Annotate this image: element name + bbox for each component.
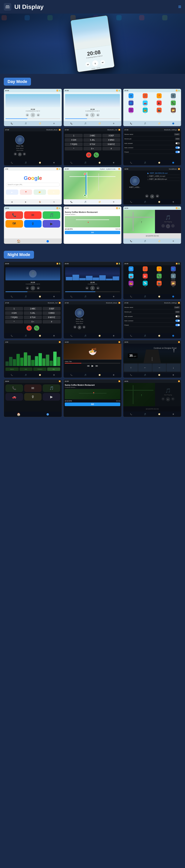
n4-key-2[interactable]: 2 ABC	[24, 307, 42, 311]
n3-app-settings[interactable]: ⚙ Settings	[167, 274, 180, 280]
nav2-apps[interactable]: ⚙	[112, 122, 115, 125]
n6-aa-toggle[interactable]	[175, 315, 180, 317]
app-telegram[interactable]: ✈ Telegram	[125, 93, 138, 100]
n4-key-7[interactable]: 7 PQRS	[5, 316, 23, 319]
n3-app-waze[interactable]: 🚗 Waze	[125, 274, 138, 280]
n1-nav-phone[interactable]: 📞	[10, 295, 13, 298]
n6-nav-music[interactable]: 🎵	[144, 334, 147, 337]
n1-nav-nav[interactable]: 🧭	[38, 295, 41, 298]
n8-prev[interactable]: ⏮	[87, 364, 90, 367]
lib-item-2[interactable]: ♪ 华晨宇_21世纪_01.mp3	[148, 175, 180, 178]
n12-nav-apps[interactable]: ⚙	[172, 413, 175, 416]
nav9-nav[interactable]: 🧭	[158, 200, 161, 204]
nav6-bt[interactable]: 🔵	[172, 161, 175, 164]
nav12-music[interactable]: 🎵	[144, 240, 147, 243]
n12-nav-music[interactable]: 🎵	[144, 413, 147, 416]
key-hash[interactable]: #	[102, 147, 120, 150]
n3-app-phone[interactable]: 📞 Phone	[153, 274, 166, 280]
quick-drive[interactable]: 📂	[34, 189, 46, 195]
key-8[interactable]: 8 TUV	[83, 143, 101, 146]
n9-nav-phone[interactable]: 📞	[130, 373, 133, 376]
nav7-fwd[interactable]: ▶	[24, 200, 27, 204]
n4-key-9[interactable]: 9 WXYZ	[43, 316, 60, 319]
n3-app-yt[interactable]: ▶ YT	[138, 274, 152, 280]
app-more4[interactable]: 📂 Files	[167, 107, 180, 114]
nav5-phone[interactable]: 📞	[70, 161, 73, 164]
nav12-phone[interactable]: 📞	[130, 240, 133, 243]
n2-nav-music[interactable]: 🎵	[84, 295, 87, 298]
nav5-apps[interactable]: ⚙	[112, 161, 115, 164]
auto-connect-toggle[interactable]	[175, 147, 180, 149]
nav8-nav[interactable]: 🧭	[98, 200, 101, 204]
n7-btn2[interactable]: MID	[20, 367, 33, 371]
n4-end-call[interactable]: 📵	[26, 326, 32, 331]
n4-key-8[interactable]: 8 TUV	[24, 316, 42, 319]
n6-dp-val[interactable]: 0000	[175, 311, 180, 313]
n6-nav-bt[interactable]: 🔵	[172, 334, 175, 337]
device-pin-val[interactable]: 0000	[175, 137, 180, 140]
lib-next[interactable]: ⏭	[156, 194, 159, 198]
app-bt[interactable]: 🔵 BT	[125, 100, 138, 107]
play-pause-btn[interactable]: ⏸	[92, 60, 99, 67]
n7-nav-phone[interactable]: 📞	[10, 373, 13, 376]
lib-play[interactable]: ⏸	[150, 194, 154, 198]
nav6-music[interactable]: 🎵	[144, 161, 147, 164]
np-play[interactable]: ▶	[166, 224, 170, 228]
app-waze[interactable]: 🚗 Waze	[138, 100, 152, 107]
n2-nav-phone[interactable]: 📞	[70, 295, 73, 298]
n5-nav-apps[interactable]: ⚙	[112, 334, 115, 337]
n1-play[interactable]: ⏸	[31, 286, 35, 290]
key-star[interactable]: *	[65, 147, 83, 150]
n9-nav-music[interactable]: 🎵	[144, 373, 147, 376]
n1-nav-music[interactable]: 🎵	[24, 295, 27, 298]
n4-key-5[interactable]: 5 JKL	[24, 311, 42, 315]
nav9-music[interactable]: 🎵	[144, 200, 147, 204]
n5-prev[interactable]: ⏮	[74, 326, 76, 329]
prev-btn[interactable]: ⏮	[85, 62, 90, 67]
n2-nav-nav[interactable]: 🧭	[98, 295, 101, 298]
cp-music[interactable]: 🎵	[43, 211, 60, 219]
nav9-apps[interactable]: ⚙	[172, 200, 175, 204]
n4-nav-music[interactable]: 🎵	[24, 334, 27, 337]
call-btn[interactable]: 📞	[94, 152, 99, 158]
n9-nav-apps[interactable]: ⚙	[172, 373, 175, 376]
n8-next[interactable]: ⏭	[96, 364, 98, 367]
search-bar[interactable]: Search or type URL	[6, 183, 60, 186]
quick-youtube[interactable]: ▶	[6, 189, 18, 195]
n12-prev[interactable]: ⏮	[161, 397, 165, 401]
n1-nav-apps[interactable]: ⚙	[52, 295, 55, 298]
go-button[interactable]: GO	[65, 231, 120, 234]
play2[interactable]: ⏸	[90, 113, 95, 117]
cp-maps[interactable]: 🗺	[5, 220, 23, 227]
lib-item-1[interactable]: ▶ 华晨宇_烟火里的尘埃.mp3	[148, 172, 180, 175]
n4-nav-apps[interactable]: ⚙	[52, 334, 55, 337]
nav4-apps[interactable]: ⚙	[52, 161, 55, 164]
bt-play[interactable]: ⏸	[18, 153, 22, 156]
lib-prev[interactable]: ⏮	[145, 194, 149, 198]
app-maps[interactable]: 📍 Maps	[153, 93, 166, 100]
key-0[interactable]: 0 +	[83, 147, 101, 150]
nav8-phone[interactable]: 📞	[70, 200, 73, 204]
n7-nav-apps[interactable]: ⚙	[52, 373, 55, 376]
nav9-phone[interactable]: 📞	[130, 200, 133, 204]
app-phone[interactable]: 📞 Phone	[167, 100, 180, 107]
nav5-nav[interactable]: 🧭	[98, 161, 101, 164]
key-6[interactable]: 6 MNO	[102, 138, 120, 142]
app-more1[interactable]: 🎙 Radio	[125, 107, 138, 114]
n5-play[interactable]: ⏸	[78, 326, 81, 329]
n10-more[interactable]: ▶	[43, 393, 60, 401]
next-btn[interactable]: ⏭	[100, 60, 105, 65]
end-call-btn[interactable]: 📵	[86, 152, 91, 158]
n5-nav-nav[interactable]: 🧭	[98, 334, 101, 337]
n12-nav-nav[interactable]: 🧭	[158, 413, 161, 416]
n10-messages[interactable]: ✉	[24, 384, 42, 392]
next-btn[interactable]: ⏭	[36, 113, 40, 117]
cp-podcasts[interactable]: 🎙	[24, 220, 42, 227]
nav12-nav[interactable]: 🧭	[158, 240, 161, 243]
key-3[interactable]: 3 DEF	[102, 134, 120, 137]
nav2-music[interactable]: 🎵	[84, 122, 87, 125]
bt-prev[interactable]: ⏮	[14, 153, 17, 156]
n7-btn4[interactable]: EQ	[47, 367, 60, 371]
auto-answer-toggle[interactable]	[175, 142, 180, 145]
n4-key-3[interactable]: 3 DEF	[43, 307, 60, 311]
